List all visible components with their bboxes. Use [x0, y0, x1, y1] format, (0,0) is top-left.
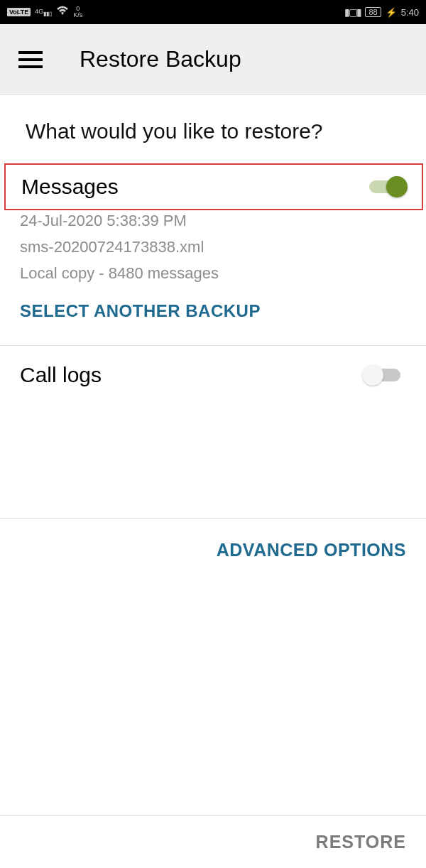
select-another-backup-button[interactable]: SELECT ANOTHER BACKUP	[0, 288, 426, 338]
charging-icon: ⚡	[386, 7, 397, 18]
messages-timestamp: 24-Jul-2020 5:38:39 PM	[0, 210, 426, 237]
battery-indicator: 88	[365, 7, 381, 17]
wifi-icon	[56, 6, 69, 18]
status-bar: VoLTE 4G▮▮▯ 0 K/s ▮▢▮ 88 ⚡ 5:40	[0, 0, 426, 24]
calllogs-label: Call logs	[20, 363, 102, 387]
messages-label: Messages	[21, 175, 119, 199]
calllogs-toggle[interactable]	[364, 367, 406, 384]
network-indicator: 4G▮▮▯	[35, 8, 52, 17]
advanced-options-container: ADVANCED OPTIONS	[0, 518, 426, 582]
advanced-options-button[interactable]: ADVANCED OPTIONS	[217, 540, 406, 560]
messages-highlighted-row: Messages	[4, 163, 423, 210]
status-time: 5:40	[401, 7, 419, 18]
messages-toggle[interactable]	[364, 178, 406, 195]
page-title: Restore Backup	[80, 46, 241, 72]
restore-question: What would you like to restore?	[0, 95, 426, 163]
vibrate-icon: ▮▢▮	[344, 6, 361, 18]
messages-summary: Local copy - 8480 messages	[0, 263, 426, 289]
app-bar: Restore Backup	[0, 24, 426, 95]
messages-filename: sms-20200724173838.xml	[0, 237, 426, 263]
footer: RESTORE	[0, 815, 426, 868]
volte-indicator: VoLTE	[7, 8, 31, 16]
menu-icon[interactable]	[18, 51, 43, 68]
restore-button[interactable]: RESTORE	[316, 832, 406, 852]
speed-indicator: 0 K/s	[73, 6, 82, 18]
